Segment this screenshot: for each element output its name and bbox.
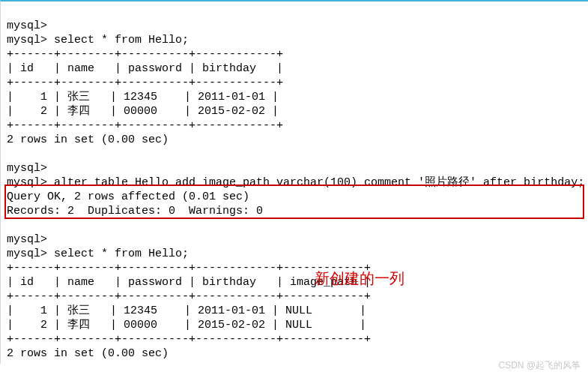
- sql-query: select * from Hello;: [54, 248, 189, 260]
- mysql-terminal[interactable]: mysql> mysql> select * from Hello; +----…: [0, 0, 588, 364]
- sql-query: select * from Hello;: [54, 34, 189, 46]
- query-result: 2 rows in set (0.00 sec): [7, 347, 169, 360]
- table-border: +------+--------+----------+------------…: [7, 76, 283, 89]
- table-row: | 2 | 李四 | 00000 | 2015-02-02 |: [7, 105, 279, 118]
- table-header: | id | name | password | birthday | imag…: [7, 276, 371, 289]
- table-border: +------+--------+----------+------------…: [7, 48, 283, 61]
- table-border: +------+--------+----------+------------…: [7, 119, 283, 132]
- prompt: mysql>: [7, 248, 47, 260]
- prompt: mysql>: [7, 233, 47, 246]
- table-row: | 1 | 张三 | 12345 | 2011-01-01 |: [7, 91, 279, 104]
- table-border: +------+--------+----------+------------…: [7, 262, 371, 274]
- table-row: | 1 | 张三 | 12345 | 2011-01-01 | NULL |: [7, 304, 366, 317]
- prompt: mysql>: [7, 176, 47, 189]
- table-border: +------+--------+----------+------------…: [7, 333, 371, 346]
- sql-alter: alter table Hello add image_path varchar…: [54, 176, 584, 189]
- watermark: CSDN @起飞的风筝: [498, 359, 581, 372]
- query-result: 2 rows in set (0.00 sec): [7, 134, 169, 146]
- prompt: mysql>: [7, 162, 47, 175]
- table-row: | 2 | 李四 | 00000 | 2015-02-02 | NULL |: [7, 319, 366, 332]
- alter-result: Records: 2 Duplicates: 0 Warnings: 0: [7, 205, 263, 218]
- table-header: | id | name | password | birthday |: [7, 62, 283, 75]
- prompt: mysql>: [7, 34, 47, 46]
- prompt: mysql>: [7, 20, 47, 32]
- alter-result: Query OK, 2 rows affected (0.01 sec): [7, 190, 249, 203]
- table-border: +------+--------+----------+------------…: [7, 290, 371, 303]
